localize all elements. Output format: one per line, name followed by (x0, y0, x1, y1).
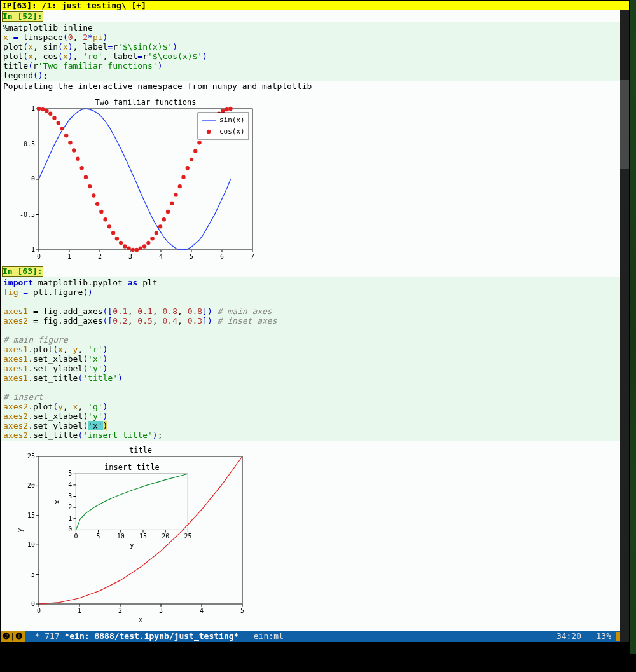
svg-point-39 (80, 166, 83, 170)
svg-point-45 (103, 217, 107, 221)
cell-prompt-52: In [52]: (2, 11, 43, 22)
svg-point-51 (127, 247, 130, 250)
svg-text:6: 6 (220, 253, 224, 260)
scrollbar[interactable] (620, 10, 629, 642)
svg-text:4: 4 (159, 253, 163, 260)
evil-state-indicator: ❷|❶ (1, 631, 25, 642)
svg-point-30 (45, 109, 48, 113)
svg-text:7: 7 (251, 253, 254, 260)
svg-text:1: 1 (67, 253, 71, 260)
svg-text:2: 2 (98, 253, 102, 260)
cell-prompt-63: In [63]: (2, 266, 43, 277)
svg-text:2: 2 (118, 607, 122, 614)
svg-point-52 (131, 248, 135, 252)
svg-text:0.5: 0.5 (24, 141, 35, 147)
plot-two-familiar-functions: 01234567-1-0.500.51Two familiar function… (1, 92, 629, 265)
svg-point-49 (119, 241, 123, 245)
svg-point-63 (174, 193, 177, 196)
svg-point-56 (146, 241, 150, 245)
svg-point-68 (193, 149, 197, 153)
svg-text:-1: -1 (27, 246, 35, 253)
svg-text:0: 0 (31, 175, 35, 182)
svg-point-58 (155, 231, 158, 235)
svg-text:5: 5 (31, 571, 35, 578)
svg-text:0: 0 (31, 600, 35, 607)
svg-point-60 (162, 217, 166, 221)
svg-point-38 (76, 157, 80, 161)
svg-point-54 (139, 247, 142, 250)
svg-text:5: 5 (68, 470, 72, 477)
svg-point-67 (190, 158, 193, 161)
svg-point-66 (186, 166, 190, 170)
svg-point-65 (181, 175, 185, 179)
code-cell-52[interactable]: %matplotlib inline x = linspace(0, 2*pi)… (1, 22, 629, 81)
svg-point-36 (68, 141, 72, 144)
svg-point-48 (115, 237, 119, 240)
svg-point-33 (57, 121, 60, 125)
window-title: IP[63]: /1: just_testing\ [+] (1, 1, 629, 10)
svg-text:1: 1 (31, 105, 35, 112)
desktop-root: IP[63]: /1: just_testing\ [+] In [52]: %… (0, 0, 636, 672)
svg-point-46 (107, 224, 111, 228)
svg-text:5: 5 (97, 533, 100, 540)
svg-point-29 (41, 107, 45, 111)
svg-rect-111 (76, 474, 188, 530)
svg-text:sin(x): sin(x) (219, 116, 245, 124)
svg-text:15: 15 (139, 533, 147, 540)
svg-point-50 (123, 244, 127, 248)
svg-point-77 (228, 107, 232, 111)
svg-point-28 (37, 107, 41, 111)
code-cell-63[interactable]: import matplotlib.pyplot as plt fig = pl… (1, 277, 629, 441)
svg-text:0: 0 (37, 253, 41, 260)
svg-text:25: 25 (184, 533, 191, 540)
svg-point-31 (48, 112, 52, 116)
svg-point-35 (64, 134, 68, 137)
svg-point-32 (52, 116, 56, 120)
svg-text:title: title (129, 446, 152, 455)
svg-text:x: x (139, 615, 143, 624)
svg-point-53 (135, 248, 139, 252)
buffer-name: *ein: 8888/test.ipynb/just_testing* (64, 631, 238, 642)
svg-text:0: 0 (74, 533, 78, 540)
svg-text:-0.5: -0.5 (20, 211, 35, 218)
svg-point-64 (178, 184, 182, 188)
svg-text:10: 10 (27, 541, 35, 548)
svg-point-59 (158, 224, 162, 228)
cursor-position: 34:20 (556, 631, 581, 642)
svg-text:4: 4 (200, 607, 204, 614)
svg-point-62 (170, 202, 174, 205)
notebook-buffer[interactable]: In [52]: %matplotlib inline x = linspace… (1, 10, 629, 642)
emacs-frame: IP[63]: /1: just_testing\ [+] In [52]: %… (0, 0, 630, 654)
plot-title-inset: 0123450510152025titlexy0510152025012345i… (1, 441, 629, 627)
svg-text:2: 2 (68, 504, 72, 511)
svg-point-42 (92, 193, 95, 197)
svg-text:cos(x): cos(x) (219, 127, 245, 135)
svg-point-81 (207, 130, 211, 134)
svg-text:insert title: insert title (104, 463, 160, 472)
svg-text:25: 25 (27, 453, 35, 460)
minibuffer[interactable] (0, 654, 636, 672)
scrollbar-thumb[interactable] (620, 80, 629, 169)
svg-point-44 (99, 210, 103, 214)
svg-point-41 (88, 184, 92, 188)
svg-text:y: y (130, 541, 134, 549)
svg-point-69 (197, 141, 201, 144)
svg-point-57 (150, 237, 154, 240)
svg-text:Two familiar functions: Two familiar functions (95, 98, 197, 107)
svg-text:20: 20 (162, 533, 169, 540)
svg-point-75 (221, 109, 225, 113)
svg-point-61 (166, 210, 170, 214)
svg-text:5: 5 (240, 607, 244, 614)
cell-output-52: Populating the interactive namespace fro… (1, 81, 629, 92)
svg-text:1: 1 (78, 607, 81, 614)
svg-text:10: 10 (117, 533, 125, 540)
svg-text:0: 0 (37, 607, 41, 614)
svg-text:3: 3 (68, 493, 72, 500)
svg-point-40 (84, 175, 88, 179)
svg-point-43 (95, 202, 99, 206)
svg-point-37 (72, 148, 76, 152)
svg-text:x: x (53, 500, 61, 504)
svg-text:5: 5 (190, 253, 193, 260)
svg-text:15: 15 (27, 512, 35, 519)
svg-point-47 (111, 231, 115, 235)
